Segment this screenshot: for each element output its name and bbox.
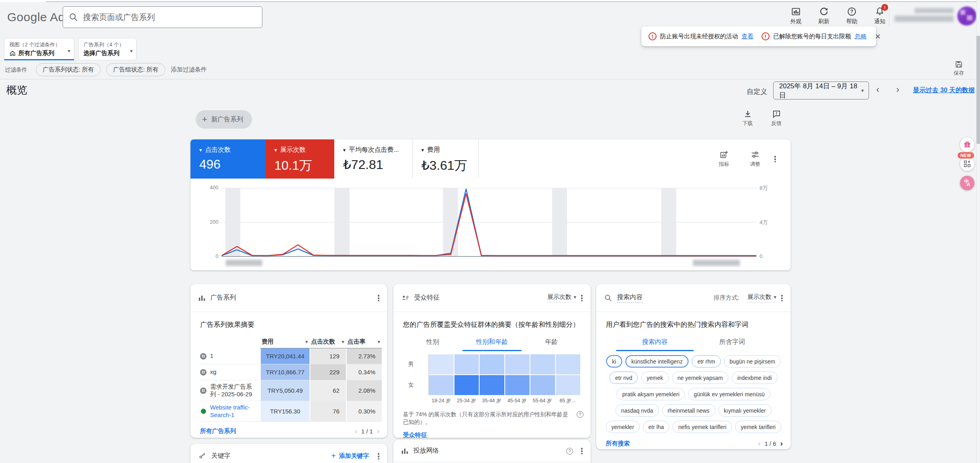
add-filter-button[interactable]: 添加过滤条件 — [171, 66, 207, 74]
view-link[interactable]: 查看 — [742, 33, 754, 40]
feedback-button[interactable]: 反馈 — [766, 109, 787, 127]
campaign-row[interactable]: xgTRY10,866.772290.34% — [200, 364, 382, 380]
tab-gender[interactable]: 性别 — [403, 335, 462, 351]
tab-included-words[interactable]: 所含字词 — [694, 335, 771, 351]
plus-icon: + — [202, 114, 207, 125]
search-term-chip[interactable]: nefis yemek tarifleri — [673, 421, 732, 433]
help-button[interactable]: ? 帮助 — [839, 6, 864, 25]
page-prev-icon[interactable]: ‹ — [355, 427, 357, 435]
date-next-button[interactable]: › — [896, 84, 899, 95]
campaign-name: 1 — [200, 348, 260, 364]
overview-chart-card: ▾点击次数 496 ▾展示次数 10.1万 ▾平均每次点击费... ₺72.81… — [190, 139, 791, 270]
tab-age[interactable]: 年龄 — [522, 335, 581, 351]
search-term-chip[interactable]: etr rhm — [692, 355, 720, 368]
search-term-chip[interactable]: bugün ne pişirsem — [724, 355, 781, 368]
networks-menu-kebab-icon[interactable] — [581, 447, 583, 454]
search-input[interactable]: 搜索页面或广告系列 — [63, 6, 262, 28]
heatmap-col-label: 45-54 岁 — [504, 397, 530, 404]
close-icon[interactable]: ✕ — [871, 30, 884, 43]
help-circle-icon[interactable]: ? — [566, 448, 573, 455]
rewards-gift-button[interactable] — [960, 137, 974, 152]
download-icon — [743, 109, 752, 119]
date-prev-button[interactable]: ‹ — [876, 84, 879, 95]
search-term-chip[interactable]: yemek — [641, 372, 669, 384]
alert-icon: ! — [762, 32, 770, 40]
metrics-button[interactable]: 指标 — [714, 150, 734, 168]
help-circle-icon[interactable]: ? — [577, 411, 583, 418]
scorecard-avg-cpc[interactable]: ▾平均每次点击费... ₺72.81 — [334, 139, 413, 179]
campaign-row[interactable]: 需求开发广告系列 - 2025-06-29TRY5,050.49622.08% — [200, 380, 382, 401]
scrollbar[interactable] — [976, 0, 980, 463]
search-term-chip[interactable]: kıymalı yemekler — [718, 404, 772, 417]
search-term-chip[interactable]: yemek tarifleri — [735, 421, 781, 433]
page-prev-icon[interactable]: ‹ — [758, 439, 760, 448]
all-searches-link[interactable]: 所有搜索 — [606, 440, 630, 447]
demographics-menu-kebab-icon[interactable] — [581, 294, 583, 301]
campaign-name: Website traffic-Search-1 — [200, 401, 260, 421]
search-term-chip[interactable]: rheinmetall news — [662, 404, 715, 417]
search-term-chip[interactable]: pratik akşam yemekleri — [617, 388, 685, 400]
demographics-metric-select[interactable]: 展示次数 ▾ — [547, 293, 576, 302]
tab-gender-age[interactable]: 性别和年龄 — [462, 335, 522, 351]
search-term-chip[interactable]: günlük ev yemekleri menüsü — [688, 388, 770, 400]
notifications-button[interactable]: ! 通知 — [867, 6, 892, 25]
heatmap-cell — [480, 354, 504, 374]
search-term-chip[interactable]: ki — [606, 355, 622, 368]
dismiss-link[interactable]: 忽略 — [855, 33, 867, 40]
download-button[interactable]: 下载 — [737, 109, 758, 127]
scorecard-cost[interactable]: ▾费用 ₺3.61万 — [413, 139, 479, 179]
search-term-chip[interactable]: ne yemek yapsam — [672, 372, 729, 384]
tab-search-terms[interactable]: 搜索内容 — [616, 335, 694, 351]
view-picker[interactable]: 视图（2 个过滤条件） 所有广告系列 ▾ — [4, 38, 74, 60]
filter-adgroup-status[interactable]: 广告组状态: 所有 — [106, 63, 165, 76]
demographics-link[interactable]: 受众特征 — [393, 426, 591, 438]
scorecard-impressions[interactable]: ▾展示次数 10.1万 — [266, 139, 334, 179]
campaign-row[interactable]: 1TRY20,041.441292.73% — [200, 348, 382, 364]
cost-cell: TRY156.30 — [260, 401, 309, 421]
chart-menu-kebab-icon[interactable] — [774, 155, 776, 162]
y-left-tick: 400 — [200, 185, 218, 191]
appearance-button[interactable]: 外观 — [784, 6, 808, 25]
keywords-menu-kebab-icon[interactable] — [378, 453, 379, 459]
search-terms-sort-select[interactable]: 展示次数 ▾ — [747, 293, 776, 302]
search-term-chip[interactable]: künstliche intelligenz — [625, 355, 688, 368]
search-term-chip[interactable]: indexbme indi — [732, 372, 777, 384]
column-header-ctr[interactable]: 点击率▾ — [346, 338, 382, 348]
all-campaigns-link[interactable]: 所有广告系列 — [200, 427, 236, 435]
search-term-chip[interactable]: etr nvd — [609, 372, 638, 384]
campaign-row[interactable]: Website traffic-Search-1TRY156.30760.30% — [200, 401, 382, 422]
scorecard-clicks[interactable]: ▾点击次数 496 — [190, 139, 266, 179]
avatar[interactable] — [957, 6, 976, 26]
search-term-chip[interactable]: nasdaq nvda — [615, 404, 659, 417]
new-campaign-button[interactable]: + 新广告系列 — [196, 110, 252, 129]
page-next-icon[interactable]: › — [780, 439, 783, 448]
search-term-chip[interactable]: etr lha — [643, 421, 670, 433]
campaign-picker[interactable]: 广告系列（4 个） 选择广告系列 ▾ — [78, 38, 137, 60]
heatmap-cell — [429, 354, 454, 374]
save-button[interactable]: 保存 — [954, 60, 964, 77]
column-header-clicks[interactable]: 点击次数▾ — [309, 338, 346, 348]
heatmap-col-label: 65 岁... — [555, 397, 580, 404]
google-ads-logo[interactable]: Google Ads — [7, 10, 71, 24]
new-badge: NEW — [958, 152, 974, 159]
adjust-button[interactable]: 调整 — [745, 150, 766, 168]
show-last-30-days-link[interactable]: 显示过去 30 天的数据 — [913, 86, 975, 95]
cost-cell: TRY5,050.49 — [260, 380, 309, 401]
paused-status-icon — [200, 353, 206, 360]
add-keywords-button[interactable]: + 添加关键字 — [331, 451, 369, 461]
scrollbar-thumb[interactable] — [976, 36, 980, 144]
campaigns-menu-kebab-icon[interactable] — [378, 294, 379, 301]
campaign-name-text[interactable]: Website traffic-Search-1 — [210, 404, 258, 419]
ctr-cell: 0.30% — [346, 401, 382, 421]
search-terms-menu-kebab-icon[interactable] — [781, 294, 783, 301]
search-icon — [604, 294, 612, 302]
date-range-picker[interactable]: 2025年 8月 14日 – 9月 18日 ▾ — [773, 81, 869, 99]
campaign-name: 需求开发广告系列 - 2025-06-29 — [200, 380, 260, 401]
refresh-button[interactable]: 刷新 — [811, 6, 836, 25]
apps-sparkle-button[interactable] — [960, 157, 974, 171]
column-header-cost[interactable]: 费用▾ — [260, 338, 309, 348]
page-next-icon[interactable]: › — [377, 427, 379, 435]
search-term-chip[interactable]: yemekler — [606, 421, 640, 433]
translate-button[interactable]: 中 A — [960, 176, 974, 190]
filter-campaign-status[interactable]: 广告系列状态: 所有 — [36, 63, 101, 76]
